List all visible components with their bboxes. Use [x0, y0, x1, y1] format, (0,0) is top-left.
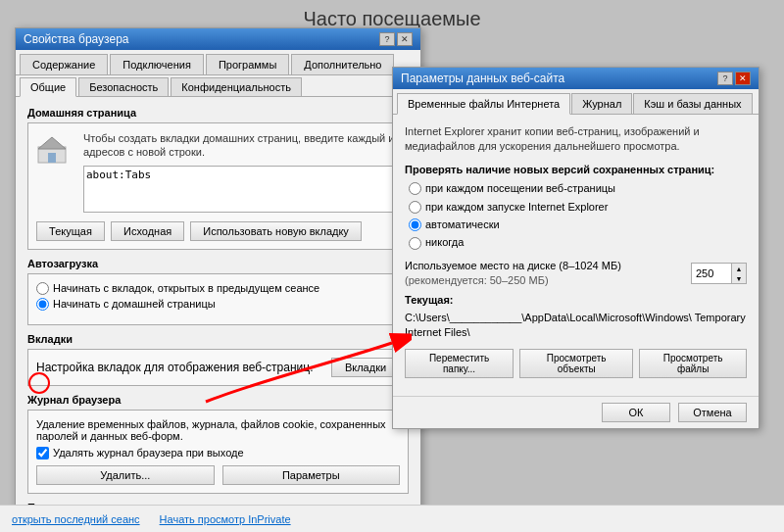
journal-checkbox-text: Удалять журнал браузера при выходе [53, 447, 244, 459]
new-tab-button[interactable]: Использовать новую вкладку [190, 221, 362, 241]
second-cancel-button[interactable]: Отмена [678, 403, 747, 422]
d2-radio2-input[interactable] [409, 201, 421, 214]
main-dialog-title: Свойства браузера [24, 32, 129, 46]
main-dialog-titlebar: Свойства браузера ? ✕ [16, 28, 420, 50]
second-dialog-body: Internet Explorer хранит копии веб-стран… [393, 115, 759, 396]
help-button[interactable]: ? [379, 32, 395, 46]
d2-tab-journal[interactable]: Журнал [571, 93, 632, 114]
main-dialog-body: Домашняя страница Чтобы создать вкладки … [16, 97, 420, 532]
params-button[interactable]: Параметры [222, 465, 401, 485]
d2-radio4-label: никогда [425, 235, 464, 250]
d2-radio2-label: при каждом запуске Internet Explorer [425, 200, 608, 215]
vkl-section: Настройка вкладок для отображения веб-ст… [36, 358, 400, 377]
second-dialog-titlebar: Параметры данных веб-сайта ? ✕ [393, 68, 759, 89]
page-title: Часто посещаемые [0, 0, 784, 30]
d2-radio3[interactable]: автоматически [409, 218, 747, 232]
titlebar-controls: ? ✕ [379, 32, 413, 46]
d2-radio1[interactable]: при каждом посещении веб-страницы [409, 181, 747, 196]
d2-disk-row: Используемое место на диске (8–1024 МБ) … [405, 259, 747, 289]
d2-radio3-input[interactable] [409, 218, 421, 231]
move-folder-button[interactable]: Переместить папку... [405, 349, 514, 378]
second-dialog-footer: ОК Отмена [393, 396, 759, 428]
d2-disk-label: Используемое место на диске (8–1024 МБ) … [405, 259, 621, 289]
second-close-button[interactable]: ✕ [735, 72, 751, 85]
subtab-general[interactable]: Общие [20, 77, 76, 97]
subtab-security[interactable]: Безопасность [78, 77, 169, 96]
autoload-radio-group: Начинать с вкладок, открытых в предыдуще… [36, 282, 400, 311]
d2-radio4-input[interactable] [409, 237, 421, 250]
d2-check-label: Проверять наличие новых версий сохраненн… [405, 163, 747, 177]
tabs-description: Настройка вкладок для отображения веб-ст… [36, 361, 314, 374]
d2-description: Internet Explorer хранит копии веб-стран… [405, 124, 747, 155]
home-buttons: Текущая Исходная Использовать новую вкла… [36, 221, 400, 241]
journal-description: Удаление временных файлов, журнала, файл… [36, 418, 400, 442]
current-button[interactable]: Текущая [36, 221, 105, 241]
d2-current-path: C:\Users\____________\AppData\Local\Micr… [405, 311, 747, 341]
spinner-up-button[interactable]: ▲ [732, 264, 746, 273]
autoload-label: Автозагрузка [27, 258, 409, 269]
svg-marker-1 [38, 137, 66, 149]
d2-action-buttons: Переместить папку... Просмотреть объекты… [405, 349, 747, 378]
second-ok-button[interactable]: ОК [602, 403, 670, 422]
main-dialog: Свойства браузера ? ✕ Содержание Подключ… [15, 27, 421, 532]
del-params-buttons: Удалить... Параметры [36, 465, 400, 485]
d2-radio-group: при каждом посещении веб-страницы при ка… [405, 181, 747, 251]
home-section-box: Чтобы создать вкладки домашних страниц, … [27, 122, 409, 250]
svg-rect-2 [48, 153, 56, 163]
autoload-radio1-input[interactable] [36, 282, 49, 295]
second-dialog-tabs: Временные файлы Интернета Журнал Кэш и б… [393, 89, 759, 115]
d2-spinner-input[interactable] [692, 266, 731, 281]
journal-checkbox[interactable] [36, 447, 49, 459]
autoload-radio1-label: Начинать с вкладок, открытых в предыдуще… [53, 282, 319, 294]
spinner-down-button[interactable]: ▼ [732, 273, 746, 283]
bottom-link1[interactable]: открыть последний сеанс [12, 513, 140, 525]
d2-spinner: ▲ ▼ [691, 263, 747, 284]
tabs-button[interactable]: Вкладки [331, 358, 400, 377]
close-button[interactable]: ✕ [397, 32, 413, 46]
d2-spinner-arrows: ▲ ▼ [731, 264, 746, 283]
tabs-section-box: Настройка вкладок для отображения веб-ст… [27, 349, 409, 386]
tab-content[interactable]: Содержание [20, 54, 108, 74]
default-button[interactable]: Исходная [111, 221, 184, 241]
home-url-input[interactable] [83, 166, 400, 213]
d2-disk-note: (рекомендуется: 50–250 МБ) [405, 274, 549, 286]
autoload-radio1[interactable]: Начинать с вкладок, открытых в предыдуще… [36, 282, 400, 295]
home-description: Чтобы создать вкладки домашних страниц, … [83, 131, 400, 160]
journal-label: Журнал браузера [27, 394, 409, 406]
delete-button[interactable]: Удалить... [36, 465, 215, 485]
second-titlebar-controls: ? ✕ [717, 72, 751, 85]
tab-advanced[interactable]: Дополнительно [291, 54, 394, 74]
d2-radio2[interactable]: при каждом запуске Internet Explorer [409, 200, 747, 215]
tab-programs[interactable]: Программы [206, 54, 289, 74]
main-subtabs: Общие Безопасность Конфиденциальность [16, 75, 420, 97]
main-tabs: Содержание Подключения Программы Дополни… [16, 50, 420, 75]
tab-connections[interactable]: Подключения [110, 54, 204, 74]
autoload-section-box: Начинать с вкладок, открытых в предыдуще… [27, 273, 409, 325]
home-section-label: Домашняя страница [27, 107, 409, 119]
autoload-radio2-label: Начинать с домашней страницы [53, 298, 216, 310]
autoload-radio2-input[interactable] [36, 298, 49, 311]
d2-radio4[interactable]: никогда [409, 235, 747, 250]
journal-section-box: Удаление временных файлов, журнала, файл… [27, 410, 409, 494]
second-help-button[interactable]: ? [717, 72, 733, 85]
tabs-section-label: Вкладки [27, 333, 409, 345]
view-files-button[interactable]: Просмотреть файлы [639, 349, 747, 378]
second-dialog-title: Параметры данных веб-сайта [401, 72, 564, 85]
home-icon [36, 133, 68, 168]
second-dialog: Параметры данных веб-сайта ? ✕ Временные… [392, 67, 760, 429]
d2-tab-temp-files[interactable]: Временные файлы Интернета [397, 93, 570, 115]
d2-radio1-label: при каждом посещении веб-страницы [425, 181, 615, 196]
subtab-privacy[interactable]: Конфиденциальность [171, 77, 302, 96]
d2-tab-cache[interactable]: Кэш и базы данных [633, 93, 752, 114]
d2-radio1-input[interactable] [409, 182, 421, 195]
autoload-radio2[interactable]: Начинать с домашней страницы [36, 298, 400, 311]
d2-current-label: Текущая: [405, 293, 747, 308]
bottom-link2[interactable]: Начать просмотр InPrivate [160, 513, 291, 525]
d2-disk-label-text: Используемое место на диске (8–1024 МБ) [405, 260, 621, 271]
journal-checkbox-label[interactable]: Удалять журнал браузера при выходе [36, 447, 400, 459]
view-objects-button[interactable]: Просмотреть объекты [519, 349, 633, 378]
d2-radio3-label: автоматически [425, 218, 500, 232]
bottom-bar: открыть последний сеанс Начать просмотр … [0, 505, 784, 532]
